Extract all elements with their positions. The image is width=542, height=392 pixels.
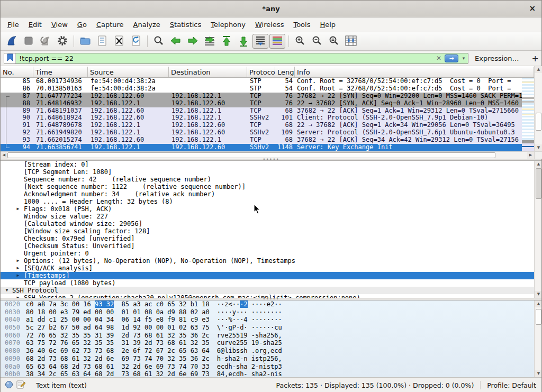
- colorize-button[interactable]: [269, 34, 285, 49]
- packet-row-88[interactable]: 8871.648146932192.168.122.1192.168.122.6…: [1, 100, 522, 107]
- menu-edit[interactable]: Edit: [24, 19, 47, 31]
- scroll-left-arrow[interactable]: ◀: [1, 152, 7, 159]
- scroll-up-arrow[interactable]: ▲: [535, 161, 541, 168]
- zoom-out-button[interactable]: [309, 34, 325, 49]
- ascii-bytes[interactable]: ···%···4 ········: [217, 316, 282, 324]
- detail-line[interactable]: [TCP Segment Len: 1080]: [1, 168, 534, 176]
- add-filter-button[interactable]: +: [532, 53, 539, 63]
- go-forward-button[interactable]: [185, 34, 201, 49]
- packet-list-vscrollbar[interactable]: ▲ ▼: [534, 66, 542, 151]
- collapsed-arrow-icon[interactable]: ▶: [15, 205, 21, 213]
- hex-bytes[interactable]: 72 76 65 32 35 35 31 39 2d 73 68 61 32 3…: [26, 332, 210, 340]
- scroll-down-arrow[interactable]: ▼: [535, 144, 542, 151]
- hex-bytes[interactable]: 68 2d 73 68 61 32 2d 6e 69 73 74 70 32 3…: [26, 355, 210, 363]
- column-header-time[interactable]: Time: [33, 67, 88, 77]
- go-first-button[interactable]: [219, 34, 234, 49]
- ascii-bytes[interactable]: ····y··· ········: [217, 308, 282, 316]
- hex-row[interactable]: 00505c 27 b2 67 50 ad 64 98 1d 92 00 00 …: [1, 324, 541, 332]
- details-vscrollbar[interactable]: ▲ ▼: [534, 161, 541, 298]
- packet-row-86[interactable]: 8670.013850163fe:54:00:d4:38:2aSTP54Conf…: [1, 85, 522, 93]
- detail-line[interactable]: Acknowledgment number: 34 (relative ack …: [1, 190, 534, 198]
- hex-bytes[interactable]: 38 34 2c 65 63 64 68 2d 73 68 61 32 2d 6…: [26, 370, 210, 378]
- menu-tools[interactable]: Tools: [288, 19, 315, 31]
- expanded-arrow-icon[interactable]: ▼: [4, 287, 10, 294]
- find-packet-button[interactable]: [151, 34, 167, 49]
- detail-line[interactable]: [Next sequence number: 1122 (relative se…: [1, 183, 534, 190]
- detail-line[interactable]: [Stream index: 0]: [1, 161, 534, 168]
- hex-bytes[interactable]: c0 a8 7a 3c 00 16 93 32 85 a3 ac c0 65 3…: [26, 300, 210, 308]
- collapsed-arrow-icon[interactable]: ▶: [15, 265, 21, 272]
- packet-row-92[interactable]: 9271.661949820192.168.122.1192.168.122.6…: [1, 129, 522, 136]
- detail-line[interactable]: ▼SSH Protocol: [1, 287, 534, 294]
- detail-line[interactable]: Window size value: 227: [1, 213, 534, 220]
- display-filter-input[interactable]: !tcp.port == 22 ✕ → ▾: [4, 53, 468, 64]
- ascii-bytes[interactable]: ··z<···2 ····e2··: [217, 300, 282, 308]
- profile-label[interactable]: Profile: Default: [487, 381, 536, 389]
- capture-comment-button[interactable]: [16, 380, 25, 390]
- hex-bytes[interactable]: 63 75 72 76 65 32 35 35 31 39 2d 73 68 6…: [26, 339, 210, 347]
- scroll-down-arrow[interactable]: ▼: [535, 291, 541, 298]
- menu-statistics[interactable]: Statistics: [165, 19, 206, 31]
- scroll-up-arrow[interactable]: ▲: [535, 300, 541, 307]
- detail-line[interactable]: ▶Options: (12 bytes), No-Operation (NOP)…: [1, 257, 534, 265]
- detail-line[interactable]: Sequence number: 42 (relative sequence n…: [1, 176, 534, 183]
- close-file-button[interactable]: [111, 34, 127, 49]
- scroll-up-arrow[interactable]: ▲: [535, 66, 542, 73]
- packet-list-minimap[interactable]: [522, 78, 534, 151]
- scrollbar-thumb[interactable]: [536, 168, 541, 199]
- column-header-destination[interactable]: Destination: [169, 67, 247, 77]
- open-file-button[interactable]: [77, 34, 93, 49]
- packet-row-85[interactable]: 8568.001734936fe:54:00:d4:38:2aSTP54Conf…: [1, 78, 522, 85]
- column-header-no[interactable]: No.: [1, 67, 33, 77]
- go-last-button[interactable]: [236, 34, 251, 49]
- reload-file-button[interactable]: [128, 34, 144, 49]
- hex-bytes[interactable]: a1 dd c1 25 00 00 04 34 06 14 f5 e8 f9 8…: [26, 316, 210, 324]
- detail-line[interactable]: ▶Flags: 0x018 (PSH, ACK): [1, 205, 534, 213]
- detail-line[interactable]: 1000 .... = Header Length: 32 bytes (8): [1, 198, 534, 205]
- expert-info-button[interactable]: [5, 380, 13, 390]
- scroll-down-arrow[interactable]: ▼: [535, 370, 541, 377]
- hex-row[interactable]: 008036 40 6c 69 62 73 73 68 2e 6f 72 67 …: [1, 347, 541, 355]
- resize-columns-button[interactable]: [343, 34, 359, 49]
- column-header-protocol[interactable]: Protocol: [247, 67, 275, 77]
- filter-apply-button[interactable]: →: [445, 54, 458, 62]
- bytes-vscrollbar[interactable]: ▲ ▼: [534, 300, 541, 377]
- detail-line[interactable]: TCP payload (1080 bytes): [1, 279, 534, 287]
- ascii-bytes[interactable]: \'·gP·d· ······cu: [217, 324, 282, 332]
- collapsed-arrow-icon[interactable]: ▶: [15, 272, 21, 279]
- auto-scroll-button[interactable]: [252, 34, 268, 49]
- menu-wireless[interactable]: Wireless: [250, 19, 288, 31]
- hex-row[interactable]: 007063 75 72 76 65 32 35 35 31 39 2d 73 …: [1, 339, 541, 347]
- ascii-bytes[interactable]: h-sha2-n istp256,: [217, 355, 282, 363]
- scroll-right-arrow[interactable]: ▶: [527, 152, 534, 159]
- hex-row[interactable]: 00a065 63 64 68 2d 73 68 61 32 2d 6e 69 …: [1, 363, 541, 371]
- capture-options-button[interactable]: [55, 34, 70, 49]
- ascii-bytes[interactable]: 6@libssh .org,ecd: [217, 347, 282, 355]
- filter-bookmark-button[interactable]: [4, 53, 16, 63]
- column-header-source[interactable]: Source: [88, 67, 169, 77]
- detail-line[interactable]: Urgent pointer: 0: [1, 250, 534, 257]
- hex-row[interactable]: 00b038 34 2c 65 63 64 68 2d 73 68 61 32 …: [1, 370, 541, 378]
- collapsed-arrow-icon[interactable]: ▶: [15, 257, 21, 265]
- filter-dropdown-caret[interactable]: ▾: [459, 56, 468, 61]
- start-capture-button[interactable]: [4, 34, 20, 49]
- go-back-button[interactable]: [168, 34, 184, 49]
- packet-row-94[interactable]: 9471.663856741192.168.122.1192.168.122.6…: [1, 144, 522, 151]
- menu-capture[interactable]: Capture: [92, 19, 129, 31]
- column-header-length[interactable]: Length: [275, 67, 295, 77]
- menu-go[interactable]: Go: [73, 19, 92, 31]
- hex-bytes[interactable]: 5c 27 b2 67 50 ad 64 98 1d 92 00 00 01 0…: [26, 324, 210, 332]
- close-window-button[interactable]: ×: [529, 4, 536, 13]
- save-file-button[interactable]: [94, 34, 110, 49]
- restart-capture-button[interactable]: [38, 34, 53, 49]
- title-bar[interactable]: *any ×: [1, 1, 541, 17]
- expression-button[interactable]: Expression…: [475, 54, 519, 62]
- packet-list-header[interactable]: No.TimeSourceDestinationProtocolLengthIn…: [1, 66, 534, 78]
- packet-row-89[interactable]: 8971.648191037192.168.122.60192.168.122.…: [1, 107, 522, 115]
- zoom-in-button[interactable]: [292, 34, 308, 49]
- hex-row[interactable]: 003080 18 00 e3 79 ed 00 00 01 01 08 0a …: [1, 308, 541, 316]
- packet-row-91[interactable]: 9171.648789678192.168.122.1192.168.122.6…: [1, 122, 522, 129]
- detail-line[interactable]: [Checksum Status: Unverified]: [1, 242, 534, 250]
- ascii-bytes[interactable]: rve25519 -sha256,: [217, 332, 282, 340]
- zoom-100-button[interactable]: [326, 34, 342, 49]
